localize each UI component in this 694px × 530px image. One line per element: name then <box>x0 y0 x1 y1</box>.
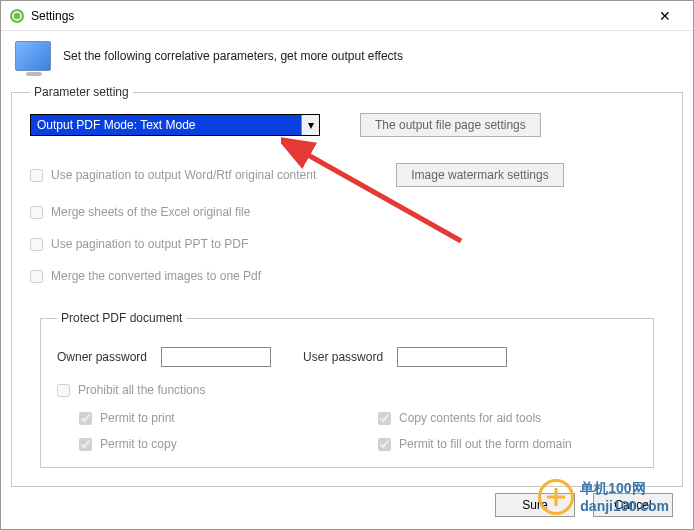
user-password-input[interactable] <box>397 347 507 367</box>
dropdown-selected: Output PDF Mode: Text Mode <box>31 118 301 132</box>
permit-copy-label: Permit to copy <box>100 437 177 451</box>
merge-excel-checkbox[interactable]: Merge sheets of the Excel original file <box>30 205 664 219</box>
pagination-word-label: Use pagination to output Word/Rtf origin… <box>51 168 316 182</box>
parameter-legend: Parameter setting <box>30 85 133 99</box>
sure-button[interactable]: Sure <box>495 493 575 517</box>
owner-password-input[interactable] <box>161 347 271 367</box>
prohibit-all-checkbox[interactable]: Prohibit all the functions <box>57 383 637 397</box>
permit-print-label: Permit to print <box>100 411 175 425</box>
app-icon <box>9 8 25 24</box>
pagination-ppt-checkbox[interactable]: Use pagination to output PPT to PDF <box>30 237 664 251</box>
merge-images-checkbox[interactable]: Merge the converted images to one Pdf <box>30 269 664 283</box>
protect-legend: Protect PDF document <box>57 311 186 325</box>
parameter-setting-group: Parameter setting Output PDF Mode: Text … <box>11 85 683 487</box>
user-password-label: User password <box>303 350 383 364</box>
close-icon[interactable]: ✕ <box>645 8 685 24</box>
output-pdf-mode-dropdown[interactable]: Output PDF Mode: Text Mode ▾ <box>30 114 320 136</box>
merge-excel-label: Merge sheets of the Excel original file <box>51 205 250 219</box>
permit-copy-checkbox: Permit to copy <box>79 437 338 451</box>
watermark-settings-button[interactable]: Image watermark settings <box>396 163 563 187</box>
prohibit-all-label: Prohibit all the functions <box>78 383 205 397</box>
protect-pdf-group: Protect PDF document Owner password User… <box>40 311 654 468</box>
permit-form-label: Permit to fill out the form domain <box>399 437 572 451</box>
merge-images-label: Merge the converted images to one Pdf <box>51 269 261 283</box>
cancel-button[interactable]: Cancel <box>593 493 673 517</box>
pagination-ppt-label: Use pagination to output PPT to PDF <box>51 237 248 251</box>
owner-password-label: Owner password <box>57 350 147 364</box>
pagination-word-checkbox[interactable]: Use pagination to output Word/Rtf origin… <box>30 168 316 182</box>
permit-form-checkbox: Permit to fill out the form domain <box>378 437 637 451</box>
copy-aid-label: Copy contents for aid tools <box>399 411 541 425</box>
chevron-down-icon: ▾ <box>301 115 319 135</box>
header-description: Set the following correlative parameters… <box>63 49 403 63</box>
svg-point-0 <box>10 9 24 23</box>
window-title: Settings <box>31 9 645 23</box>
page-settings-button[interactable]: The output file page settings <box>360 113 541 137</box>
copy-aid-checkbox: Copy contents for aid tools <box>378 411 637 425</box>
monitor-icon <box>15 41 51 71</box>
permit-print-checkbox: Permit to print <box>79 411 338 425</box>
